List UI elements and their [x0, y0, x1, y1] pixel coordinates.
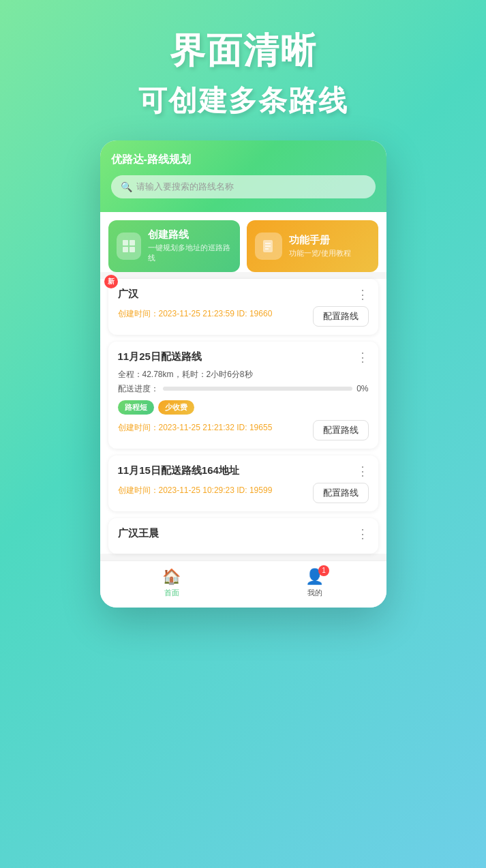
route-stats-2: 全程：42.78km，耗时：2小时6分8秒	[118, 369, 369, 380]
search-placeholder-text: 请输入要搜索的路线名称	[136, 181, 234, 193]
route-footer-3: 创建时间：2023-11-25 10:29:23 ID: 19599 配置路线	[118, 483, 369, 503]
nav-label-home: 首面	[164, 588, 179, 598]
create-icon	[117, 233, 142, 260]
action-card-create[interactable]: 创建路线 一键规划多地址的巡路路线	[108, 220, 240, 272]
action-cards: 创建路线 一键规划多地址的巡路路线 功能手册 功能一览/使用教程	[100, 212, 386, 272]
tag-cheap-2: 少收费	[158, 400, 194, 415]
more-icon-2[interactable]: ⋮	[356, 350, 369, 365]
config-btn-3[interactable]: 配置路线	[313, 483, 369, 503]
config-btn-1[interactable]: 配置路线	[313, 306, 369, 327]
route-item-2: 11月25日配送路线 ⋮ 全程：42.78km，耗时：2小时6分8秒 配送进度：…	[108, 342, 378, 449]
svg-rect-3	[130, 247, 135, 252]
more-icon-1[interactable]: ⋮	[356, 287, 369, 302]
route-header-1: 广汉 ⋮	[118, 287, 369, 302]
nav-item-profile[interactable]: 👤 1 我的	[243, 568, 386, 598]
action-card-manual[interactable]: 功能手册 功能一览/使用教程	[247, 220, 378, 272]
route-item-3: 11月15日配送路线164地址 ⋮ 创建时间：2023-11-25 10:29:…	[108, 455, 378, 511]
manual-icon	[255, 233, 282, 260]
route-header-3: 11月15日配送路线164地址 ⋮	[118, 464, 369, 479]
svg-rect-1	[130, 240, 135, 245]
route-meta-2: 创建时间：2023-11-25 21:21:32 ID: 19655	[118, 422, 273, 434]
manual-card-sub: 功能一览/使用教程	[289, 248, 351, 258]
route-name-1: 广汉	[118, 288, 138, 301]
app-header: 优路达-路线规划 🔍 请输入要搜索的路线名称	[100, 140, 386, 212]
progress-pct-2: 0%	[356, 384, 368, 393]
route-name-2: 11月25日配送路线	[118, 350, 202, 363]
more-icon-4[interactable]: ⋮	[356, 526, 369, 541]
route-meta-1: 创建时间：2023-11-25 21:23:59 ID: 19660	[118, 308, 273, 320]
config-btn-2[interactable]: 配置路线	[313, 420, 369, 440]
route-item-4: 广汉王晨 ⋮	[108, 518, 378, 554]
new-badge-1: 新	[104, 275, 118, 288]
progress-label-2: 配送进度：	[118, 383, 159, 395]
route-header-2: 11月25日配送路线 ⋮	[118, 350, 369, 365]
nav-label-profile: 我的	[307, 588, 322, 598]
create-card-sub: 一键规划多地址的巡路路线	[148, 243, 231, 264]
svg-rect-0	[123, 240, 128, 245]
route-name-3: 11月15日配送路线164地址	[118, 464, 239, 477]
route-header-4: 广汉王晨 ⋮	[118, 526, 369, 541]
nav-item-home[interactable]: 🏠 首面	[100, 568, 243, 598]
route-footer-2: 创建时间：2023-11-25 21:21:32 ID: 19655 配置路线	[118, 420, 369, 440]
nav-badge-wrap-profile: 👤 1	[305, 568, 324, 586]
route-list: 新 广汉 ⋮ 创建时间：2023-11-25 21:23:59 ID: 1966…	[100, 279, 386, 554]
search-bar[interactable]: 🔍 请输入要搜索的路线名称	[111, 175, 376, 198]
tags-2: 路程短 少收费	[118, 400, 369, 415]
headline-1: 界面清晰	[170, 27, 317, 75]
bottom-nav: 🏠 首面 👤 1 我的	[100, 560, 386, 608]
manual-card-title: 功能手册	[289, 234, 351, 247]
route-name-4: 广汉王晨	[118, 527, 159, 540]
app-title: 优路达-路线规划	[111, 153, 376, 167]
manual-card-text: 功能手册 功能一览/使用教程	[289, 234, 351, 258]
route-meta-3: 创建时间：2023-11-25 10:29:23 ID: 19599	[118, 485, 273, 496]
tag-short-2: 路程短	[118, 400, 154, 415]
route-item-1: 新 广汉 ⋮ 创建时间：2023-11-25 21:23:59 ID: 1966…	[108, 279, 378, 335]
create-card-title: 创建路线	[148, 228, 231, 241]
create-card-text: 创建路线 一键规划多地址的巡路路线	[148, 228, 231, 264]
more-icon-3[interactable]: ⋮	[356, 464, 369, 479]
route-footer-1: 创建时间：2023-11-25 21:23:59 ID: 19660 配置路线	[118, 306, 369, 327]
phone-frame: 优路达-路线规划 🔍 请输入要搜索的路线名称 创建路线 一键规划多地址的巡路路线	[100, 140, 386, 608]
progress-bar-2	[163, 387, 353, 391]
svg-rect-2	[123, 247, 128, 252]
home-icon: 🏠	[162, 568, 181, 586]
profile-badge: 1	[318, 565, 329, 576]
search-icon: 🔍	[121, 181, 132, 192]
headline-2: 可创建多条路线	[138, 82, 348, 120]
progress-row-2: 配送进度： 0%	[118, 383, 369, 395]
